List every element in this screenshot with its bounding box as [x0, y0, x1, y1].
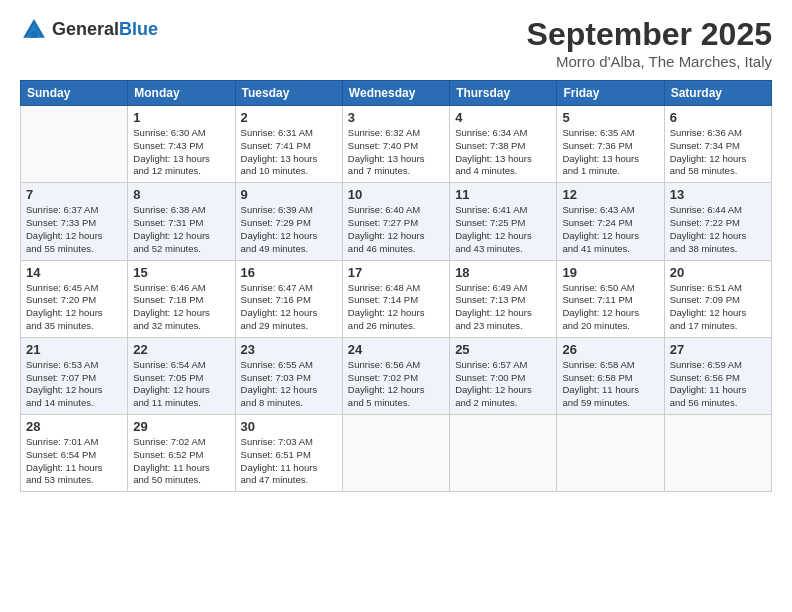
table-row: 10Sunrise: 6:40 AM Sunset: 7:27 PM Dayli… [342, 183, 449, 260]
col-sunday: Sunday [21, 81, 128, 106]
day-number: 17 [348, 265, 444, 280]
calendar: Sunday Monday Tuesday Wednesday Thursday… [20, 80, 772, 492]
day-number: 8 [133, 187, 229, 202]
day-number: 29 [133, 419, 229, 434]
table-row: 1Sunrise: 6:30 AM Sunset: 7:43 PM Daylig… [128, 106, 235, 183]
table-row: 8Sunrise: 6:38 AM Sunset: 7:31 PM Daylig… [128, 183, 235, 260]
col-monday: Monday [128, 81, 235, 106]
logo: GeneralBlue [20, 16, 158, 44]
day-number: 27 [670, 342, 766, 357]
day-number: 22 [133, 342, 229, 357]
cell-info: Sunrise: 6:56 AM Sunset: 7:02 PM Dayligh… [348, 359, 444, 410]
table-row: 4Sunrise: 6:34 AM Sunset: 7:38 PM Daylig… [450, 106, 557, 183]
day-number: 15 [133, 265, 229, 280]
cell-info: Sunrise: 6:54 AM Sunset: 7:05 PM Dayligh… [133, 359, 229, 410]
day-number: 28 [26, 419, 122, 434]
cell-info: Sunrise: 7:02 AM Sunset: 6:52 PM Dayligh… [133, 436, 229, 487]
day-number: 2 [241, 110, 337, 125]
cell-info: Sunrise: 7:01 AM Sunset: 6:54 PM Dayligh… [26, 436, 122, 487]
cell-info: Sunrise: 6:51 AM Sunset: 7:09 PM Dayligh… [670, 282, 766, 333]
logo-general: General [52, 19, 119, 39]
table-row [21, 106, 128, 183]
cell-info: Sunrise: 6:31 AM Sunset: 7:41 PM Dayligh… [241, 127, 337, 178]
cell-info: Sunrise: 6:44 AM Sunset: 7:22 PM Dayligh… [670, 204, 766, 255]
day-number: 13 [670, 187, 766, 202]
svg-rect-2 [31, 32, 37, 38]
cell-info: Sunrise: 6:38 AM Sunset: 7:31 PM Dayligh… [133, 204, 229, 255]
table-row: 11Sunrise: 6:41 AM Sunset: 7:25 PM Dayli… [450, 183, 557, 260]
day-number: 12 [562, 187, 658, 202]
cell-info: Sunrise: 6:57 AM Sunset: 7:00 PM Dayligh… [455, 359, 551, 410]
table-row [664, 415, 771, 492]
cell-info: Sunrise: 6:41 AM Sunset: 7:25 PM Dayligh… [455, 204, 551, 255]
day-number: 26 [562, 342, 658, 357]
day-number: 18 [455, 265, 551, 280]
col-thursday: Thursday [450, 81, 557, 106]
table-row: 21Sunrise: 6:53 AM Sunset: 7:07 PM Dayli… [21, 337, 128, 414]
table-row: 22Sunrise: 6:54 AM Sunset: 7:05 PM Dayli… [128, 337, 235, 414]
day-number: 4 [455, 110, 551, 125]
cell-info: Sunrise: 6:47 AM Sunset: 7:16 PM Dayligh… [241, 282, 337, 333]
header: GeneralBlue September 2025 Morro d'Alba,… [20, 16, 772, 70]
day-number: 9 [241, 187, 337, 202]
table-row: 24Sunrise: 6:56 AM Sunset: 7:02 PM Dayli… [342, 337, 449, 414]
day-number: 16 [241, 265, 337, 280]
table-row: 27Sunrise: 6:59 AM Sunset: 6:56 PM Dayli… [664, 337, 771, 414]
table-row: 9Sunrise: 6:39 AM Sunset: 7:29 PM Daylig… [235, 183, 342, 260]
weekday-header-row: Sunday Monday Tuesday Wednesday Thursday… [21, 81, 772, 106]
day-number: 11 [455, 187, 551, 202]
table-row: 6Sunrise: 6:36 AM Sunset: 7:34 PM Daylig… [664, 106, 771, 183]
month-title: September 2025 [527, 16, 772, 53]
day-number: 14 [26, 265, 122, 280]
table-row [342, 415, 449, 492]
calendar-week-row: 21Sunrise: 6:53 AM Sunset: 7:07 PM Dayli… [21, 337, 772, 414]
col-tuesday: Tuesday [235, 81, 342, 106]
calendar-week-row: 14Sunrise: 6:45 AM Sunset: 7:20 PM Dayli… [21, 260, 772, 337]
table-row: 14Sunrise: 6:45 AM Sunset: 7:20 PM Dayli… [21, 260, 128, 337]
day-number: 5 [562, 110, 658, 125]
day-number: 1 [133, 110, 229, 125]
day-number: 20 [670, 265, 766, 280]
table-row: 2Sunrise: 6:31 AM Sunset: 7:41 PM Daylig… [235, 106, 342, 183]
table-row [557, 415, 664, 492]
table-row: 29Sunrise: 7:02 AM Sunset: 6:52 PM Dayli… [128, 415, 235, 492]
day-number: 19 [562, 265, 658, 280]
col-saturday: Saturday [664, 81, 771, 106]
table-row: 5Sunrise: 6:35 AM Sunset: 7:36 PM Daylig… [557, 106, 664, 183]
cell-info: Sunrise: 6:46 AM Sunset: 7:18 PM Dayligh… [133, 282, 229, 333]
table-row: 26Sunrise: 6:58 AM Sunset: 6:58 PM Dayli… [557, 337, 664, 414]
calendar-week-row: 28Sunrise: 7:01 AM Sunset: 6:54 PM Dayli… [21, 415, 772, 492]
location: Morro d'Alba, The Marches, Italy [527, 53, 772, 70]
logo-icon [20, 16, 48, 44]
day-number: 3 [348, 110, 444, 125]
cell-info: Sunrise: 6:30 AM Sunset: 7:43 PM Dayligh… [133, 127, 229, 178]
day-number: 7 [26, 187, 122, 202]
day-number: 23 [241, 342, 337, 357]
cell-info: Sunrise: 6:55 AM Sunset: 7:03 PM Dayligh… [241, 359, 337, 410]
cell-info: Sunrise: 6:58 AM Sunset: 6:58 PM Dayligh… [562, 359, 658, 410]
cell-info: Sunrise: 6:43 AM Sunset: 7:24 PM Dayligh… [562, 204, 658, 255]
col-wednesday: Wednesday [342, 81, 449, 106]
col-friday: Friday [557, 81, 664, 106]
day-number: 24 [348, 342, 444, 357]
cell-info: Sunrise: 6:59 AM Sunset: 6:56 PM Dayligh… [670, 359, 766, 410]
cell-info: Sunrise: 6:34 AM Sunset: 7:38 PM Dayligh… [455, 127, 551, 178]
table-row: 15Sunrise: 6:46 AM Sunset: 7:18 PM Dayli… [128, 260, 235, 337]
cell-info: Sunrise: 6:48 AM Sunset: 7:14 PM Dayligh… [348, 282, 444, 333]
table-row: 30Sunrise: 7:03 AM Sunset: 6:51 PM Dayli… [235, 415, 342, 492]
table-row: 19Sunrise: 6:50 AM Sunset: 7:11 PM Dayli… [557, 260, 664, 337]
day-number: 6 [670, 110, 766, 125]
cell-info: Sunrise: 6:36 AM Sunset: 7:34 PM Dayligh… [670, 127, 766, 178]
page: GeneralBlue September 2025 Morro d'Alba,… [0, 0, 792, 612]
cell-info: Sunrise: 6:50 AM Sunset: 7:11 PM Dayligh… [562, 282, 658, 333]
table-row: 18Sunrise: 6:49 AM Sunset: 7:13 PM Dayli… [450, 260, 557, 337]
table-row: 17Sunrise: 6:48 AM Sunset: 7:14 PM Dayli… [342, 260, 449, 337]
table-row [450, 415, 557, 492]
day-number: 25 [455, 342, 551, 357]
table-row: 7Sunrise: 6:37 AM Sunset: 7:33 PM Daylig… [21, 183, 128, 260]
table-row: 16Sunrise: 6:47 AM Sunset: 7:16 PM Dayli… [235, 260, 342, 337]
day-number: 21 [26, 342, 122, 357]
day-number: 10 [348, 187, 444, 202]
cell-info: Sunrise: 6:39 AM Sunset: 7:29 PM Dayligh… [241, 204, 337, 255]
logo-blue: Blue [119, 19, 158, 39]
